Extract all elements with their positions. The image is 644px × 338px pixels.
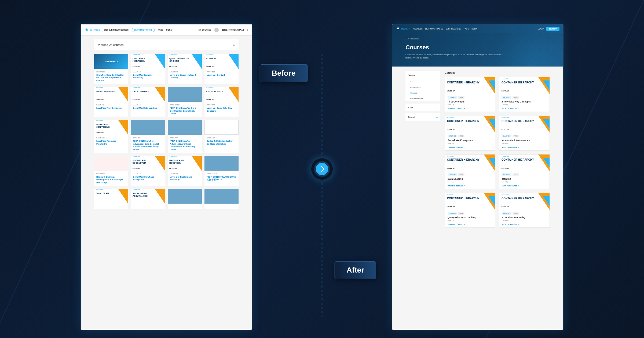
course-card[interactable]: ❄ snowflakeRESOURCE MONITORINGLEVEL UPLV… bbox=[94, 120, 128, 153]
nav-courses[interactable]: COURSES bbox=[413, 28, 423, 30]
course-code: SPSG-CORE bbox=[170, 104, 200, 106]
snowflake-logo[interactable]: snowflake bbox=[396, 27, 409, 31]
course-card[interactable] bbox=[168, 189, 202, 209]
course-card[interactable]: ❄ snowflakeQUERY HISTORY & CACHINGLEVEL … bbox=[168, 54, 202, 84]
course-card[interactable]: ❄ snowflake CONTAINER HIERARCHY LEVEL UP… bbox=[445, 193, 495, 228]
course-subtitle: Level Up bbox=[448, 220, 492, 221]
filter-search-header[interactable]: Search ⌕ bbox=[405, 113, 440, 121]
before-header: snowflake DISCOVER NEW COURSES LEARNING … bbox=[81, 24, 252, 36]
view-course-link[interactable]: VIEW THE COURSE ↗ bbox=[448, 223, 492, 225]
hero-section: ⌂ › Browse All Courses Lorem ipsum dolor… bbox=[392, 33, 563, 67]
view-course-link[interactable]: VIEW THE COURSE ↗ bbox=[448, 108, 492, 109]
course-card[interactable]: ESS-DABWBadge 2: Data Application Builde… bbox=[204, 120, 239, 153]
course-card[interactable]: ❄ snowflake CONTAINER HIERARCHY LEVEL UP… bbox=[499, 193, 550, 228]
course-card[interactable]: ❄ snowflake CONTAINER HIERARCHY LEVEL UP… bbox=[445, 154, 495, 189]
nav-learning-tracks[interactable]: LEARNING TRACKS bbox=[132, 28, 155, 32]
course-card[interactable]: SPSG-JAPAN[COF-CO1] SNOWPROCORE試験 学習ガイド bbox=[204, 156, 239, 186]
course-card[interactable]: ❄ snowflakeFINAL EXAM bbox=[94, 189, 128, 209]
after-header: snowflake COURSES LEARNING TRACKS CERTIF… bbox=[392, 24, 563, 33]
page-subtitle: Lorem ipsum dolor sit amet, consectetur … bbox=[405, 53, 507, 60]
course-card[interactable] bbox=[204, 189, 239, 209]
home-icon[interactable]: ⌂ bbox=[405, 38, 407, 40]
course-title: Badge 2: Data Application Builders Works… bbox=[207, 140, 236, 145]
course-card[interactable]: SPSG-DSA[DSA-C01] SnowPro Advanced: Data… bbox=[131, 120, 165, 153]
search-icon: ⌕ bbox=[436, 116, 438, 118]
course-card[interactable]: ❄ snowflake CONTAINER HIERARCHY LEVEL UP… bbox=[445, 77, 495, 112]
arrow-right-icon bbox=[318, 166, 324, 172]
course-card[interactable]: ESS-SMEWBadge 3: Sharing, Marketplace, &… bbox=[94, 156, 128, 186]
nav-certifications[interactable]: CERTIFICATIONS bbox=[446, 28, 461, 30]
free-badge: FREE bbox=[513, 173, 519, 176]
course-card[interactable]: ❄ snowflake CONTAINER HIERARCHY LEVEL UP… bbox=[445, 116, 495, 150]
snowflake-icon bbox=[85, 28, 89, 32]
filter-item[interactable]: Certifications bbox=[405, 84, 440, 90]
course-card[interactable]: ❄ snowflakeKEY CONCEPTSLEVEL UPLVLUP-102… bbox=[204, 87, 239, 117]
nav-discover[interactable]: DISCOVER NEW COURSES bbox=[104, 29, 129, 31]
user-id[interactable]: 0053B100000BAJKJAAB bbox=[222, 29, 244, 31]
search-icon[interactable]: ⌕ bbox=[233, 43, 235, 46]
view-course-link[interactable]: VIEW THE COURSE ↗ bbox=[502, 108, 547, 109]
login-link[interactable]: LOG IN bbox=[538, 28, 544, 30]
course-subtitle: Level Up bbox=[502, 142, 547, 144]
free-badge: FREE bbox=[458, 212, 464, 215]
view-course-link[interactable]: VIEW THE COURSE ↗ bbox=[502, 185, 547, 187]
page-title: Courses bbox=[405, 44, 550, 51]
course-subtitle: Level Up bbox=[502, 104, 547, 105]
course-card[interactable]: ❄ snowflakeSNOWFLAKE ECOSYSTEMLEVEL UPLV… bbox=[131, 156, 165, 186]
course-card[interactable]: ❄ snowflake CONTAINER HIERARCHY LEVEL UP… bbox=[499, 116, 550, 150]
filter-item[interactable]: All bbox=[405, 79, 440, 84]
course-code: LVLUP-105 bbox=[133, 71, 163, 73]
course-title: Level Up: First Concepts bbox=[96, 107, 126, 109]
course-title: Level Up: Resource Monitoring bbox=[96, 140, 126, 145]
nav-faqs[interactable]: FAQS bbox=[464, 28, 469, 30]
course-card[interactable]: SPSG-CORE[COF-C01] SnowPro Core Certific… bbox=[168, 87, 202, 117]
course-card[interactable]: ❄ snowflakeCONTEXTLEVEL UPLVLUP-202Level… bbox=[204, 54, 239, 84]
filter-label: Search bbox=[408, 116, 415, 118]
arrow-icon: ↗ bbox=[463, 223, 465, 225]
course-card[interactable]: SPSG-ARA[ARA-C01] SnowPro Advanced: Arch… bbox=[168, 120, 202, 153]
code-badge: LVLUP-030 bbox=[448, 135, 457, 137]
course-code: SPSG-ARA bbox=[170, 137, 200, 139]
section-title: Courses bbox=[445, 71, 550, 74]
course-card[interactable]: ❄ snowflakeACCOUNTS & ASSURANCES bbox=[131, 189, 165, 209]
filter-item[interactable]: Courses bbox=[405, 90, 440, 96]
filter-item[interactable]: Recertifications bbox=[405, 96, 440, 101]
chevron-down-icon[interactable]: ▾ bbox=[247, 29, 248, 31]
course-card[interactable]: ❄ snowflakeBACKUP AND RECOVERYLEVEL UPLV… bbox=[168, 156, 202, 186]
nav-my-courses[interactable]: MY COURSES bbox=[199, 29, 211, 31]
view-course-link[interactable]: VIEW THE COURSE ↗ bbox=[502, 146, 547, 148]
nav-faqs[interactable]: FAQS bbox=[158, 29, 163, 31]
arrow-icon: ↗ bbox=[463, 185, 465, 187]
snowflake-logo[interactable]: snowflake bbox=[85, 28, 100, 32]
filter-cost-header[interactable]: Cost ⌄ bbox=[405, 104, 440, 111]
viewing-bar: Viewing 25 courses ⌕ bbox=[94, 39, 239, 50]
course-title: First Concepts bbox=[448, 100, 492, 103]
filter-topics-header[interactable]: Topics − bbox=[405, 71, 440, 79]
code-badge: LVLUP-010 bbox=[448, 96, 457, 99]
nav-dora[interactable]: DORA bbox=[166, 29, 172, 31]
nav-learning-tracks[interactable]: LEARNING TRACKS bbox=[425, 28, 443, 30]
course-title: Container Hierarchy bbox=[502, 216, 547, 219]
minus-icon: − bbox=[436, 74, 438, 76]
course-code: LVLUP-108 bbox=[170, 173, 200, 175]
view-course-link[interactable]: VIEW THE COURSE ↗ bbox=[448, 185, 492, 187]
course-title: [DSA-C01] SnowPro Advanced: Data Scienti… bbox=[133, 140, 163, 151]
filter-label: Cost bbox=[408, 106, 413, 109]
course-card[interactable]: ❄ snowflakeDATA LOADINGLEVEL UPLVLUP-106… bbox=[131, 87, 165, 117]
view-course-link[interactable]: VIEW THE COURSE ↗ bbox=[448, 146, 492, 148]
snowflake-icon bbox=[396, 27, 400, 31]
course-card[interactable]: ❄ snowflake CONTAINER HIERARCHY LEVEL UP… bbox=[499, 77, 550, 112]
view-course-link[interactable]: VIEW THE COURSE ↗ bbox=[502, 223, 547, 225]
signup-button[interactable]: SIGN UP bbox=[546, 27, 559, 31]
nav-dora[interactable]: DORA bbox=[471, 28, 477, 30]
course-card[interactable]: SNOWPROSPSG-UNKSnowPro Core Certificatio… bbox=[94, 54, 128, 84]
course-code: LVLUP-102 bbox=[207, 104, 236, 106]
course-card[interactable]: ❄ snowflakeFIRST CONCEPTSLEVEL UPLVLUP-1… bbox=[94, 87, 128, 117]
course-title: Level Up: Snowflake Ecosystem bbox=[133, 176, 163, 181]
code-badge: LVLUP-020 bbox=[502, 96, 511, 99]
breadcrumb: ⌂ › Browse All bbox=[405, 38, 550, 40]
breadcrumb-current: Browse All bbox=[411, 38, 419, 40]
course-card[interactable]: ❄ snowflakeCONTAINER HIERARCHYLEVEL UPLV… bbox=[131, 54, 165, 84]
course-card[interactable]: ❄ snowflake CONTAINER HIERARCHY LEVEL UP… bbox=[499, 154, 550, 189]
user-avatar-icon[interactable] bbox=[214, 28, 219, 32]
